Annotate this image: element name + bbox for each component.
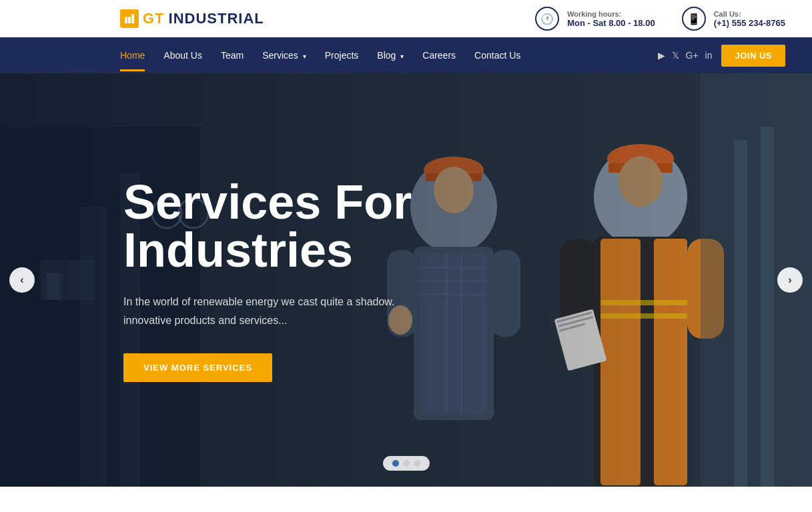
nav-item-contact[interactable]: Contact Us [474, 39, 520, 71]
hero-content: Services For Industries In the world of … [0, 178, 412, 381]
dot-2[interactable] [403, 460, 410, 467]
nav-item-blog[interactable]: Blog ▾ [377, 39, 404, 71]
blog-dropdown-arrow: ▾ [400, 53, 404, 60]
bottom-section: Welcome to Industry About 05 [0, 487, 812, 512]
logo-industrial: INDUSTRIAL [169, 10, 264, 27]
hero-cta-button[interactable]: VIEW MORE SERVICES [123, 353, 272, 382]
logo-icon [120, 9, 139, 28]
top-info: 🕐 Working hours: Mon - Sat 8.00 - 18.00 … [535, 7, 785, 31]
nav-link-about[interactable]: About Us [163, 39, 202, 71]
navbar: Home About Us Team Services ▾ Projects B… [0, 37, 812, 73]
join-button[interactable]: Join Us [721, 45, 785, 67]
working-hours-value: Mon - Sat 8.00 - 18.00 [567, 18, 655, 28]
nav-link-careers[interactable]: Careers [422, 39, 456, 71]
nav-link-contact[interactable]: Contact Us [474, 39, 520, 71]
nav-item-team[interactable]: Team [221, 39, 244, 71]
nav-link-team[interactable]: Team [221, 39, 244, 71]
svg-rect-1 [128, 17, 131, 23]
nav-link-blog[interactable]: Blog ▾ [377, 39, 404, 71]
twitter-icon[interactable]: 𝕏 [672, 50, 679, 61]
svg-rect-0 [125, 19, 127, 23]
call-value: (+1) 555 234-8765 [714, 18, 785, 28]
nav-item-careers[interactable]: Careers [422, 39, 456, 71]
nav-links: Home About Us Team Services ▾ Projects B… [120, 39, 520, 71]
logo-gt: GT [143, 10, 165, 27]
hero-dots [383, 456, 430, 471]
svg-rect-2 [131, 14, 134, 23]
dot-3[interactable] [414, 460, 420, 467]
nav-item-projects[interactable]: Projects [325, 39, 359, 71]
hero-prev-button[interactable]: ‹ [9, 267, 35, 293]
call-info: 📱 Call Us: (+1) 555 234-8765 [682, 7, 785, 31]
dot-1[interactable] [392, 460, 399, 467]
linkedin-icon[interactable]: in [705, 50, 713, 61]
nav-link-home[interactable]: Home [120, 39, 145, 71]
working-hours-info: 🕐 Working hours: Mon - Sat 8.00 - 18.00 [535, 7, 655, 31]
services-dropdown-arrow: ▾ [303, 53, 306, 60]
nav-item-about[interactable]: About Us [163, 39, 202, 71]
social-icons: ▶ 𝕏 G+ in [658, 50, 713, 61]
googleplus-icon[interactable]: G+ [686, 50, 699, 61]
clock-icon: 🕐 [535, 7, 559, 31]
nav-link-projects[interactable]: Projects [325, 39, 359, 71]
nav-item-services[interactable]: Services ▾ [262, 39, 306, 71]
nav-link-services[interactable]: Services ▾ [262, 39, 306, 71]
youtube-icon[interactable]: ▶ [658, 50, 665, 61]
nav-item-home[interactable]: Home [120, 39, 145, 71]
svg-point-3 [125, 17, 127, 19]
hero-next-button[interactable]: › [777, 267, 803, 293]
top-bar: GT INDUSTRIAL 🕐 Working hours: Mon - Sat… [0, 0, 812, 37]
phone-icon: 📱 [682, 7, 706, 31]
logo[interactable]: GT INDUSTRIAL [120, 9, 264, 28]
hero-subtitle: In the world of renewable energy we cast… [123, 293, 412, 329]
hero-title: Services For Industries [123, 178, 412, 274]
nav-right: ▶ 𝕏 G+ in Join Us [658, 45, 786, 67]
working-hours-label: Working hours: [567, 10, 655, 18]
call-label: Call Us: [714, 10, 785, 18]
hero-section: Services For Industries In the world of … [0, 73, 812, 487]
